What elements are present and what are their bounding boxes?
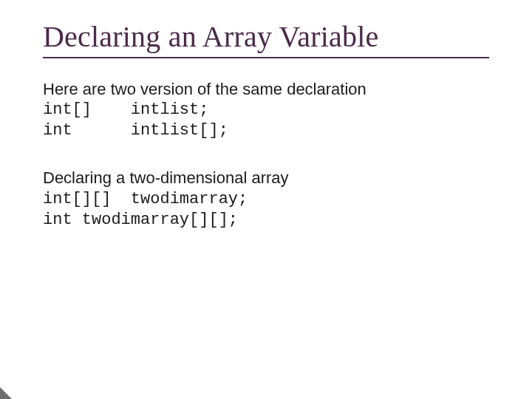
slide: Declaring an Array Variable Here are two… [0,0,532,399]
code-line-1a: int[] intlist; [43,100,489,120]
code-line-2a: int[][] twodimarray; [43,189,489,210]
title-underline [43,57,489,58]
corner-accent-icon [0,387,12,399]
section-two-intro: Declaring a two-dimensional array [43,168,489,188]
code-line-2b: int twodimarray[][]; [43,210,489,231]
slide-title: Declaring an Array Variable [43,19,489,54]
section-one-intro: Here are two version of the same declara… [43,79,489,100]
code-line-1b: int intlist[]; [43,120,489,141]
section-one: Here are two version of the same declara… [43,79,489,141]
section-two: Declaring a two-dimensional array int[][… [43,168,489,230]
